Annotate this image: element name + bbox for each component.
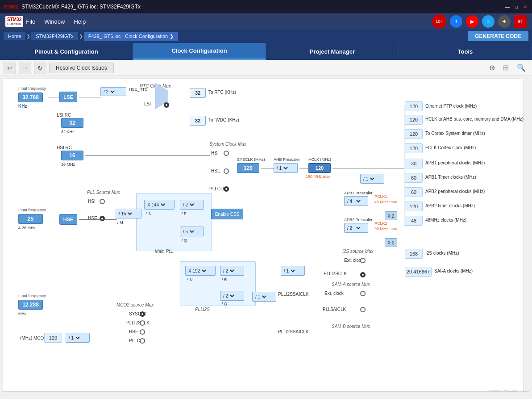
- ahb-div1-select[interactable]: / 1: [362, 176, 376, 182]
- pll-p-dropdown[interactable]: / 2/ 4/ 6/ 8: [181, 202, 195, 208]
- maximize-button[interactable]: □: [513, 4, 520, 10]
- pll-src-hse-radio[interactable]: [100, 216, 105, 221]
- hse-sys-label: HSE: [211, 168, 220, 173]
- i2s-div1-select[interactable]: / 1: [282, 268, 296, 274]
- hclk-ahb-label: HCLK to AHB bus, core, memory and DMA (M…: [425, 117, 524, 122]
- hse-rtc-div[interactable]: / 2/ 3/ 4: [100, 87, 126, 96]
- zoom-in-button[interactable]: 🔍: [514, 63, 528, 73]
- enable-css-button[interactable]: Enable CSS: [211, 209, 243, 219]
- to-rtc-label: To RTC (KHz): [208, 90, 236, 95]
- minimize-button[interactable]: —: [504, 4, 511, 10]
- mco2-plli2sclk-radio[interactable]: [140, 320, 145, 326]
- generate-code-button[interactable]: GENERATE CODE: [468, 31, 528, 41]
- sai1a-ext-radio[interactable]: [360, 291, 366, 296]
- hse-range: 4-26 MHz: [18, 226, 36, 230]
- pclk1-label: PCLK1: [374, 194, 387, 199]
- tab-project[interactable]: Project Manager: [266, 43, 399, 60]
- tab-tools[interactable]: Tools: [399, 43, 532, 60]
- hsi-sys-label: HSI: [211, 151, 219, 155]
- pll-m-select[interactable]: / 15/ 1/ 2: [116, 209, 141, 218]
- close-button[interactable]: ✕: [522, 4, 528, 10]
- sys-mux-pll-radio[interactable]: [224, 186, 229, 192]
- youtube-icon[interactable]: ▶: [466, 15, 478, 28]
- plli2ssaiclk2-label: PLLI2SSAICLK: [278, 329, 308, 334]
- plli2s-n-select[interactable]: X 192: [185, 266, 216, 276]
- ahb-div1[interactable]: / 1: [360, 174, 384, 184]
- apb2-div-select[interactable]: / 2/ 1/ 4/ 8/ 16: [344, 223, 368, 233]
- i2s-div1[interactable]: / 1: [281, 266, 305, 276]
- ahb-div-select[interactable]: / 1/ 2/ 4: [274, 163, 298, 173]
- hclk-value[interactable]: 120: [308, 163, 331, 173]
- facebook-icon[interactable]: f: [450, 15, 462, 28]
- mco2-div-select[interactable]: / 1: [66, 333, 90, 343]
- sai1a-mux-label: SAI1-A source Mux: [332, 282, 370, 287]
- ext-clock2-label: Ext. clock: [324, 291, 344, 296]
- pll-n-dropdown[interactable]: X 144X 100X 200: [145, 202, 166, 208]
- plli2s-q-label: / Q: [222, 302, 227, 306]
- plli2s-q-dropdown[interactable]: / 2: [221, 293, 236, 299]
- mco2-pllclk-radio[interactable]: [140, 338, 145, 344]
- pll-q-dropdown[interactable]: / 5/ 2/ 3/ 4: [181, 229, 195, 235]
- pll-m-label: / M: [117, 220, 123, 225]
- lsi-value[interactable]: 32: [61, 118, 83, 128]
- plli2s-q-select[interactable]: / 2: [220, 291, 244, 301]
- community-icon[interactable]: ✦: [498, 15, 511, 28]
- horizontal-scrollbar[interactable]: [3, 391, 529, 397]
- eth-ptp-box: 120: [405, 101, 423, 111]
- tab-clock[interactable]: Clock Configuration: [133, 43, 266, 60]
- mhz48-box: 48: [405, 216, 423, 226]
- lse-freq-value[interactable]: 32.768: [18, 92, 43, 102]
- eth-ptp-label: Ethernet PTP clock (MHz): [425, 104, 477, 109]
- undo-button[interactable]: ↩: [4, 62, 16, 74]
- menu-right: 10+ f ▶ 𝕏 ✦ ST: [432, 14, 527, 29]
- menu-help[interactable]: Help: [74, 18, 86, 25]
- lsi-khz: 32 KHz: [61, 130, 75, 134]
- mco2-sysclk-radio[interactable]: [140, 311, 145, 317]
- zoom-fit-button[interactable]: ⊕: [486, 63, 498, 73]
- plli2s-n-dropdown[interactable]: X 192: [187, 268, 208, 274]
- twitter-icon[interactable]: 𝕏: [482, 15, 495, 28]
- st-logo[interactable]: ST: [514, 15, 527, 28]
- hsi-rc-label: HSI RC: [57, 145, 72, 150]
- breadcrumb-home[interactable]: Home: [4, 32, 25, 40]
- pll-src-hsi-radio[interactable]: [100, 199, 105, 204]
- apb1-prescaler-select[interactable]: / 4/ 1/ 2/ 8/ 16: [345, 198, 362, 204]
- sysclk-value[interactable]: 120: [237, 163, 259, 173]
- pll-n-select[interactable]: X 144X 100X 200: [144, 200, 175, 210]
- lse-node: LSE: [59, 92, 77, 102]
- hsi-value[interactable]: 16: [61, 151, 83, 160]
- plli2s-r-dropdown[interactable]: / 2: [221, 268, 236, 274]
- plli2s-r-select[interactable]: / 2: [220, 266, 244, 276]
- resolve-clock-button[interactable]: Resolve Clock Issues: [49, 63, 114, 73]
- sys-mux-hse-radio[interactable]: [224, 168, 229, 174]
- ahb-prescaler-select[interactable]: / 1/ 2/ 4: [275, 165, 289, 171]
- tab-pinout[interactable]: Pinout & Configuration: [0, 43, 133, 60]
- breadcrumb-file[interactable]: F429_IGT6.ioc - Clock Configuration ❯: [84, 32, 179, 41]
- i2s-pll-radio[interactable]: [360, 272, 366, 277]
- i2s-ext-radio[interactable]: [360, 258, 366, 263]
- breadcrumb-device[interactable]: STM32F429IGTx: [31, 32, 78, 40]
- breadcrumb-arrow-2: ❯: [79, 34, 83, 39]
- refresh-button[interactable]: ↻: [34, 62, 46, 74]
- sai-div1-select[interactable]: / 1: [254, 294, 268, 300]
- pll-p-select[interactable]: / 2/ 4/ 6/ 8: [180, 200, 204, 210]
- redo-button[interactable]: ↪: [19, 62, 31, 74]
- apb2-prescaler-select[interactable]: / 2/ 1/ 4/ 8/ 16: [345, 225, 362, 231]
- mco2-hse-radio[interactable]: [140, 329, 145, 335]
- menu-file[interactable]: File: [26, 18, 35, 25]
- input12-value[interactable]: 12.288: [18, 300, 43, 310]
- pll-q-select[interactable]: / 5/ 2/ 3/ 4: [180, 227, 204, 236]
- hse-div-select[interactable]: / 2/ 3/ 4: [102, 89, 116, 95]
- sai1a-pll5ai-radio[interactable]: [360, 307, 366, 312]
- pclk2-max: 90 MHz max: [374, 227, 397, 231]
- zoom-out-button[interactable]: ⊞: [500, 63, 511, 73]
- hse-freq-value[interactable]: 25: [18, 214, 43, 224]
- sai-div1[interactable]: / 1: [252, 292, 276, 302]
- apb1-div-select[interactable]: / 4/ 1/ 2/ 8/ 16: [344, 196, 368, 206]
- menu-window[interactable]: Window: [44, 18, 65, 25]
- pll-m-dropdown[interactable]: / 15/ 1/ 2: [117, 211, 133, 217]
- sys-mux-hsi-radio[interactable]: [224, 151, 229, 156]
- vertical-scrollbar[interactable]: [524, 79, 529, 397]
- mco2-div-dropdown[interactable]: / 1: [67, 335, 81, 341]
- sys-clk-mux-label: System Clock Mux: [209, 142, 246, 147]
